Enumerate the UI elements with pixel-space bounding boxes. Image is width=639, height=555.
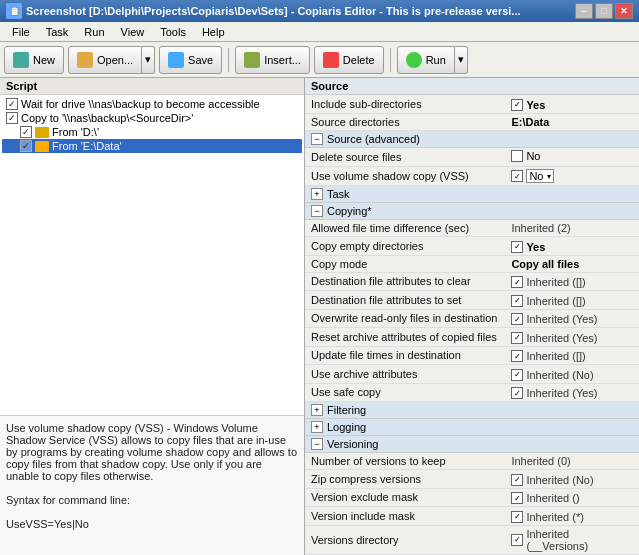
script-tree[interactable]: Wait for drive \\nas\backup to become ac… <box>0 95 304 415</box>
vss-dropdown[interactable]: No▾ <box>526 169 554 183</box>
tree-item-from-d-checkbox[interactable] <box>20 126 32 138</box>
prop-use-archive-label: Use archive attributes <box>305 365 505 384</box>
menu-view[interactable]: View <box>113 24 153 40</box>
prop-use-archive-val: Inherited (No) <box>505 365 639 384</box>
task-label: Task <box>327 188 350 200</box>
minimize-button[interactable]: ─ <box>575 3 593 19</box>
open-icon <box>77 52 93 68</box>
prop-dest-attrs-clear: Destination file attributes to clear Inh… <box>305 272 639 291</box>
include-subdirs-check[interactable] <box>511 99 523 111</box>
run-button[interactable]: Run <box>397 46 455 74</box>
prop-version-exclude-label: Version exclude mask <box>305 488 505 507</box>
prop-versions-dir-val: Inherited (__Versions) <box>505 525 639 554</box>
menu-task[interactable]: Task <box>38 24 77 40</box>
menu-run[interactable]: Run <box>76 24 112 40</box>
app-icon: 📋 <box>6 3 22 19</box>
dest-attrs-set-check[interactable] <box>511 295 523 307</box>
prop-dest-attrs-clear-val: Inherited ([]) <box>505 272 639 291</box>
menu-help[interactable]: Help <box>194 24 233 40</box>
delete-source-check[interactable] <box>511 150 523 162</box>
left-panel: Script Wait for drive \\nas\backup to be… <box>0 78 305 555</box>
tree-item-wait[interactable]: Wait for drive \\nas\backup to become ac… <box>2 97 302 111</box>
delete-button[interactable]: Delete <box>314 46 384 74</box>
menu-file[interactable]: File <box>4 24 38 40</box>
prop-update-filetimes-val: Inherited ([]) <box>505 346 639 365</box>
reset-archive-check[interactable] <box>511 332 523 344</box>
task-toggle-icon: + <box>311 188 323 200</box>
run-arrow-button[interactable]: ▾ <box>455 46 468 74</box>
logging-label: Logging <box>327 421 366 433</box>
tree-item-copy-to-checkbox[interactable] <box>6 112 18 124</box>
version-include-check[interactable] <box>511 511 523 523</box>
tree-item-wait-label: Wait for drive \\nas\backup to become ac… <box>21 98 260 110</box>
prop-include-subdirs-label: Include sub-directories <box>305 95 505 113</box>
source-advanced-label: Source (advanced) <box>327 133 420 145</box>
folder-e-icon <box>35 141 49 152</box>
prop-copy-empty-dirs-label: Copy empty directories <box>305 237 505 256</box>
copying-header[interactable]: − Copying* <box>305 203 639 220</box>
dest-attrs-clear-check[interactable] <box>511 276 523 288</box>
prop-update-filetimes: Update file times in destination Inherit… <box>305 346 639 365</box>
prop-copy-mode-val: Copy all files <box>505 255 639 272</box>
help-area: Use volume shadow copy (VSS) - Windows V… <box>0 415 304 555</box>
prop-num-versions-label: Number of versions to keep <box>305 453 505 470</box>
prop-include-subdirs: Include sub-directories Yes <box>305 95 639 113</box>
tree-item-from-e[interactable]: From 'E:\Data' <box>2 139 302 153</box>
prop-version-exclude: Version exclude mask Inherited () <box>305 488 639 507</box>
tree-item-wait-checkbox[interactable] <box>6 98 18 110</box>
insert-button[interactable]: Insert... <box>235 46 310 74</box>
close-button[interactable]: ✕ <box>615 3 633 19</box>
tree-item-copy-to[interactable]: Copy to '\\nas\backup\<SourceDir>' <box>2 111 302 125</box>
folder-d-icon <box>35 127 49 138</box>
task-header[interactable]: + Task <box>305 186 639 203</box>
tree-item-from-e-checkbox[interactable] <box>20 140 32 152</box>
help-syntax-value: UseVSS=Yes|No <box>6 518 89 530</box>
zip-versions-check[interactable] <box>511 474 523 486</box>
insert-label: Insert... <box>264 54 301 66</box>
delete-label: Delete <box>343 54 375 66</box>
vss-check[interactable] <box>511 170 523 182</box>
open-button[interactable]: Open... <box>68 46 142 74</box>
update-filetimes-check[interactable] <box>511 350 523 362</box>
help-syntax-label: Syntax for command line: <box>6 494 130 506</box>
open-arrow-button[interactable]: ▾ <box>142 46 155 74</box>
window-title: Screenshot [D:\Delphi\Projects\Copiaris\… <box>26 5 521 17</box>
tree-item-from-d[interactable]: From 'D:\' <box>2 125 302 139</box>
prop-delete-source-label: Delete source files <box>305 148 505 167</box>
filtering-label: Filtering <box>327 404 366 416</box>
copy-empty-dirs-check[interactable] <box>511 241 523 253</box>
save-button[interactable]: Save <box>159 46 222 74</box>
main-area: Script Wait for drive \\nas\backup to be… <box>0 78 639 555</box>
source-header: Source <box>305 78 639 95</box>
prop-versions-dir: Versions directory Inherited (__Versions… <box>305 525 639 554</box>
prop-file-time-diff-label: Allowed file time difference (sec) <box>305 220 505 237</box>
overwrite-readonly-check[interactable] <box>511 313 523 325</box>
delete-icon <box>323 52 339 68</box>
logging-header[interactable]: + Logging <box>305 419 639 436</box>
use-archive-check[interactable] <box>511 369 523 381</box>
source-advanced-header[interactable]: − Source (advanced) <box>305 131 639 148</box>
help-text: Use volume shadow copy (VSS) - Windows V… <box>6 422 297 482</box>
copying-props-table: Allowed file time difference (sec) Inher… <box>305 220 639 402</box>
run-dropdown: Run ▾ <box>397 46 468 74</box>
new-button[interactable]: New <box>4 46 64 74</box>
open-dropdown: Open... ▾ <box>68 46 155 74</box>
menu-tools[interactable]: Tools <box>152 24 194 40</box>
prop-safe-copy: Use safe copy Inherited (Yes) <box>305 383 639 402</box>
prop-dest-attrs-set-label: Destination file attributes to set <box>305 291 505 310</box>
prop-source-dirs-val: E:\Data <box>505 113 639 130</box>
tree-item-from-d-label: From 'D:\' <box>52 126 99 138</box>
prop-zip-versions-label: Zip compress versions <box>305 470 505 489</box>
prop-update-filetimes-label: Update file times in destination <box>305 346 505 365</box>
prop-version-exclude-val: Inherited () <box>505 488 639 507</box>
safe-copy-check[interactable] <box>511 387 523 399</box>
versions-dir-check[interactable] <box>511 534 523 546</box>
version-exclude-check[interactable] <box>511 492 523 504</box>
prop-zip-versions-val: Inherited (No) <box>505 470 639 489</box>
versioning-header[interactable]: − Versioning <box>305 436 639 453</box>
prop-vss: Use volume shadow copy (VSS) No▾ <box>305 166 639 186</box>
save-label: Save <box>188 54 213 66</box>
filtering-header[interactable]: + Filtering <box>305 402 639 419</box>
maximize-button[interactable]: □ <box>595 3 613 19</box>
new-label: New <box>33 54 55 66</box>
